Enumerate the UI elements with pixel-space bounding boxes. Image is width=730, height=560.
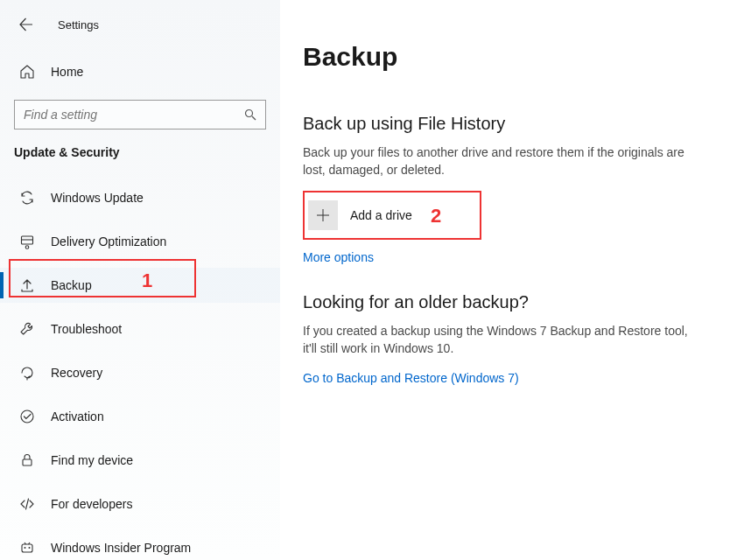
section-file-history-desc: Back up your files to another drive and …	[303, 144, 688, 178]
page-title: Backup	[303, 42, 700, 72]
sidebar-item-label: For developers	[51, 497, 132, 511]
sidebar-item-label: Recovery	[51, 366, 102, 380]
more-options-link[interactable]: More options	[303, 250, 374, 264]
delivery-icon	[19, 234, 35, 249]
sidebar-item-windows-update[interactable]: Windows Update	[0, 180, 280, 215]
sidebar-item-label: Windows Update	[51, 191, 144, 205]
sync-icon	[19, 190, 35, 206]
sidebar-item-windows-insider[interactable]: Windows Insider Program	[0, 530, 280, 560]
section-file-history-title: Back up using File History	[303, 114, 700, 134]
insider-icon	[19, 540, 35, 556]
sidebar-item-backup[interactable]: Backup	[0, 268, 280, 303]
recovery-icon	[19, 365, 35, 381]
sidebar-item-label: Backup	[51, 278, 92, 292]
sidebar-item-label: Troubleshoot	[51, 322, 122, 336]
sidebar-item-label: Windows Insider Program	[51, 541, 191, 555]
back-button[interactable]	[9, 7, 44, 42]
checkmark-circle-icon	[19, 409, 35, 424]
sidebar-item-recovery[interactable]: Recovery	[0, 355, 280, 390]
svg-point-6	[25, 547, 26, 549]
search-box[interactable]	[14, 100, 266, 130]
lock-icon	[19, 452, 35, 468]
home-icon	[19, 64, 35, 80]
annotation-number-2: 2	[431, 205, 441, 228]
sidebar-item-activation[interactable]: Activation	[0, 399, 280, 434]
search-icon	[244, 108, 256, 121]
developer-icon	[19, 496, 35, 512]
backup-restore-win7-link[interactable]: Go to Backup and Restore (Windows 7)	[303, 371, 519, 385]
section-older-backup-title: Looking for an older backup?	[303, 292, 700, 312]
svg-point-2	[25, 246, 29, 249]
svg-rect-4	[23, 459, 32, 466]
backup-icon	[19, 277, 35, 293]
search-input[interactable]	[24, 108, 244, 122]
sidebar-category-title: Update & Security	[0, 145, 280, 172]
svg-point-3	[21, 410, 33, 423]
svg-point-7	[29, 547, 31, 549]
svg-rect-5	[22, 544, 32, 552]
wrench-icon	[19, 321, 35, 337]
sidebar-item-label: Activation	[51, 410, 104, 424]
sidebar-item-home[interactable]: Home	[0, 54, 280, 89]
section-older-backup-desc: If you created a backup using the Window…	[303, 323, 688, 357]
svg-point-0	[246, 110, 253, 117]
app-title: Settings	[58, 18, 99, 32]
add-drive-button[interactable]: Add a drive	[303, 191, 481, 240]
arrow-left-icon	[19, 18, 33, 32]
sidebar-item-label: Find my device	[51, 453, 133, 467]
sidebar-item-find-my-device[interactable]: Find my device	[0, 443, 280, 478]
sidebar-item-delivery-optimization[interactable]: Delivery Optimization	[0, 224, 280, 259]
plus-icon	[308, 200, 338, 230]
add-drive-label: Add a drive	[350, 208, 412, 222]
annotation-number-1: 1	[142, 270, 152, 292]
sidebar-item-label: Home	[51, 65, 83, 79]
sidebar-item-label: Delivery Optimization	[51, 234, 166, 248]
sidebar-item-troubleshoot[interactable]: Troubleshoot	[0, 312, 280, 346]
sidebar-item-for-developers[interactable]: For developers	[0, 486, 280, 522]
